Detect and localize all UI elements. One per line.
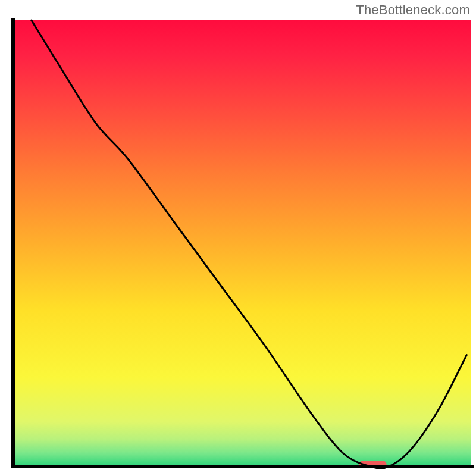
- bottleneck-chart: [0, 0, 476, 476]
- chart-container: TheBottleneck.com: [0, 0, 476, 476]
- gradient-background: [13, 20, 471, 466]
